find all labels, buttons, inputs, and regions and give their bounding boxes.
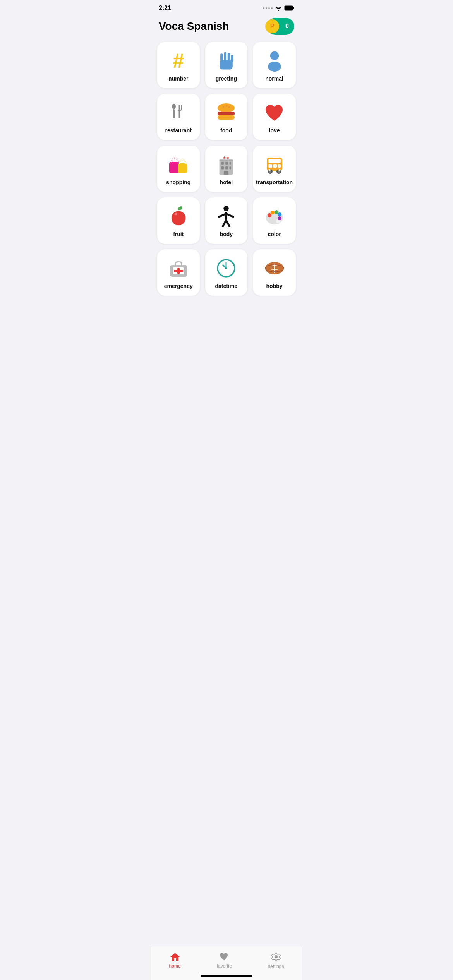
wifi-icon	[275, 5, 282, 11]
svg-rect-3	[220, 53, 223, 62]
svg-point-58	[278, 212, 281, 216]
category-fruit[interactable]: fruit	[157, 197, 200, 244]
shopping-icon	[168, 154, 189, 175]
svg-rect-5	[228, 53, 230, 62]
svg-rect-37	[273, 164, 277, 168]
svg-line-52	[226, 220, 230, 226]
category-label-food: food	[220, 127, 232, 134]
svg-point-19	[228, 106, 230, 108]
svg-rect-31	[224, 171, 229, 175]
svg-rect-26	[225, 162, 228, 165]
svg-rect-6	[231, 55, 233, 62]
svg-rect-36	[268, 164, 272, 168]
category-label-hobby: hobby	[266, 283, 283, 290]
category-label-datetime: datetime	[215, 283, 238, 290]
svg-rect-23	[178, 163, 187, 173]
category-emergency[interactable]: emergency	[157, 249, 200, 296]
coin-icon: P	[265, 19, 279, 33]
svg-rect-4	[224, 52, 227, 62]
clock-icon	[216, 257, 236, 279]
category-transportation[interactable]: transportation	[253, 146, 296, 192]
burger-icon	[216, 102, 237, 123]
category-food[interactable]: food	[205, 94, 248, 140]
person-icon	[265, 50, 284, 72]
heart-icon	[264, 102, 285, 123]
hash-icon: #	[173, 50, 184, 72]
svg-rect-43	[268, 169, 271, 171]
svg-rect-38	[278, 164, 281, 168]
battery-icon	[284, 5, 294, 11]
svg-point-7	[270, 51, 278, 60]
svg-point-56	[271, 211, 275, 214]
category-datetime[interactable]: datetime	[205, 249, 248, 296]
svg-text:★★: ★★	[223, 155, 230, 159]
header: Voca Spanish P 0	[151, 13, 302, 42]
category-restaurant[interactable]: restaurant	[157, 94, 200, 140]
apple-icon	[169, 206, 188, 227]
svg-rect-13	[181, 105, 182, 110]
category-label-shopping: shopping	[166, 179, 190, 186]
svg-point-47	[224, 206, 229, 211]
svg-point-18	[226, 105, 227, 107]
svg-point-16	[218, 103, 235, 113]
category-label-restaurant: restaurant	[165, 127, 192, 134]
svg-rect-20	[218, 112, 235, 115]
svg-rect-14	[178, 110, 180, 118]
category-color[interactable]: color	[253, 197, 296, 244]
svg-rect-44	[278, 169, 281, 171]
category-label-color: color	[268, 231, 281, 238]
category-normal[interactable]: normal	[253, 42, 296, 88]
status-bar: 2:21	[151, 0, 302, 13]
category-label-normal: normal	[265, 75, 283, 82]
palette-icon	[264, 206, 285, 227]
svg-rect-28	[221, 166, 224, 169]
svg-rect-21	[218, 115, 235, 120]
svg-rect-15	[178, 110, 181, 111]
body-icon	[217, 206, 235, 227]
category-grid: # number greeting	[151, 42, 302, 296]
svg-rect-35	[268, 159, 281, 163]
category-label-emergency: emergency	[164, 283, 193, 290]
svg-rect-1	[293, 7, 294, 9]
svg-point-17	[223, 106, 224, 108]
category-label-love: love	[269, 127, 280, 134]
category-label-body: body	[220, 231, 233, 238]
category-love[interactable]: love	[253, 94, 296, 140]
hobby-icon	[264, 257, 285, 279]
category-label-transportation: transportation	[256, 179, 293, 186]
signal-icon	[263, 7, 273, 9]
category-label-hotel: hotel	[220, 179, 233, 186]
points-value: 0	[285, 23, 289, 30]
category-shopping[interactable]: shopping	[157, 146, 200, 192]
category-hobby[interactable]: hobby	[253, 249, 296, 296]
restaurant-icon	[168, 102, 189, 123]
svg-point-57	[275, 210, 278, 214]
emergency-icon	[168, 257, 189, 279]
svg-rect-11	[178, 105, 179, 110]
svg-rect-63	[177, 268, 180, 274]
category-number[interactable]: # number	[157, 42, 200, 88]
svg-rect-25	[221, 162, 224, 165]
svg-point-8	[268, 61, 281, 71]
svg-rect-27	[230, 162, 231, 165]
svg-point-59	[278, 216, 281, 220]
svg-rect-0	[285, 6, 293, 11]
hand-icon	[216, 50, 236, 72]
category-body[interactable]: body	[205, 197, 248, 244]
svg-rect-33	[220, 159, 233, 161]
svg-rect-10	[173, 109, 175, 118]
category-label-fruit: fruit	[173, 231, 184, 238]
svg-point-67	[225, 267, 227, 269]
category-label-greeting: greeting	[216, 75, 237, 82]
category-hotel[interactable]: ★★ hotel	[205, 146, 248, 192]
category-greeting[interactable]: greeting	[205, 42, 248, 88]
category-label-number: number	[168, 75, 188, 82]
svg-point-9	[172, 104, 176, 109]
bus-icon	[264, 154, 285, 175]
status-icons	[263, 5, 294, 11]
points-badge[interactable]: P 0	[267, 18, 294, 35]
svg-rect-12	[179, 105, 180, 110]
svg-rect-29	[225, 166, 228, 169]
svg-point-55	[268, 213, 271, 217]
status-time: 2:21	[159, 5, 171, 12]
